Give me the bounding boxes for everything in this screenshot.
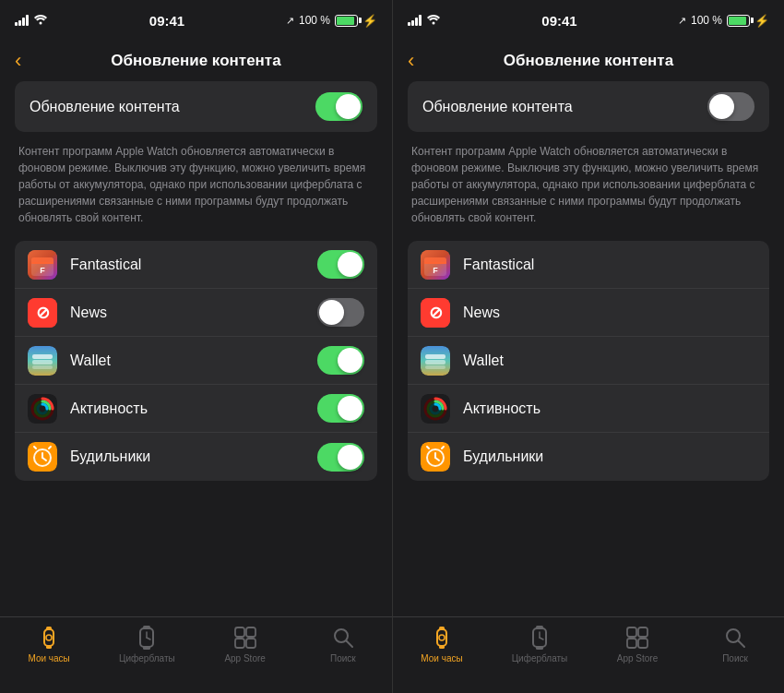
search-icon-right bbox=[722, 625, 748, 651]
svg-rect-30 bbox=[143, 646, 150, 650]
svg-rect-46 bbox=[425, 354, 445, 359]
nav-header-left: ‹ Обновление контента bbox=[0, 41, 392, 81]
battery-percent-right: 100 % bbox=[691, 14, 722, 27]
wifi-icon bbox=[33, 14, 48, 28]
svg-line-21 bbox=[49, 447, 51, 448]
news-icon-left: ⊘ bbox=[28, 298, 57, 328]
tab-watch-faces-right[interactable]: Циферблаты bbox=[491, 625, 588, 663]
tab-search-right[interactable]: Поиск bbox=[686, 625, 784, 663]
status-right-right: ↗ 100 % ⚡ bbox=[678, 14, 769, 28]
toggle-knob bbox=[338, 348, 362, 373]
toggle-fantastical-left[interactable] bbox=[317, 250, 364, 279]
app-row-alarms-left: Будильники bbox=[15, 433, 377, 481]
activity-icon-right bbox=[421, 394, 450, 424]
svg-line-57 bbox=[427, 447, 429, 448]
svg-line-28 bbox=[147, 638, 150, 639]
watch-faces-icon-right bbox=[527, 625, 552, 651]
status-bar-left: 09:41 ↗ 100 % ⚡ bbox=[0, 0, 392, 41]
charging-icon: ⚡ bbox=[362, 14, 377, 28]
status-bar-right: 09:41 ↗ 100 % ⚡ bbox=[393, 0, 784, 41]
back-button-right[interactable]: ‹ bbox=[400, 43, 422, 78]
toggle-wallet-left[interactable] bbox=[317, 346, 364, 375]
svg-point-37 bbox=[433, 21, 435, 24]
main-toggle-switch-left[interactable] bbox=[315, 92, 362, 121]
svg-rect-25 bbox=[46, 645, 52, 649]
svg-rect-47 bbox=[425, 360, 445, 364]
main-toggle-row-right: Обновление контента bbox=[408, 81, 769, 132]
toggle-news-left[interactable] bbox=[317, 298, 364, 327]
app-row-news-left: ⊘ News bbox=[15, 289, 377, 337]
svg-rect-71 bbox=[638, 639, 647, 648]
main-toggle-label-right: Обновление контента bbox=[422, 99, 573, 115]
search-icon-left bbox=[330, 625, 356, 651]
my-watch-icon-right bbox=[429, 625, 455, 651]
tab-search-left[interactable]: Поиск bbox=[294, 625, 392, 663]
wallet-icon-right bbox=[421, 346, 450, 376]
svg-line-65 bbox=[540, 638, 543, 639]
back-button-left[interactable]: ‹ bbox=[7, 43, 29, 78]
app-name-alarms-left: Будильники bbox=[70, 448, 317, 465]
toggle-knob bbox=[338, 252, 362, 277]
status-right-left: ↗ 100 % ⚡ bbox=[286, 14, 377, 28]
tab-label-my-watch-left: Мои часы bbox=[28, 653, 69, 663]
tab-my-watch-right[interactable]: Мои часы bbox=[393, 625, 491, 663]
toggle-knob bbox=[336, 94, 361, 119]
svg-rect-4 bbox=[31, 262, 53, 264]
charging-icon-right: ⚡ bbox=[754, 14, 769, 28]
svg-point-23 bbox=[46, 635, 52, 640]
app-list-right: F Fantastical ⊘ News bbox=[408, 241, 769, 481]
svg-line-73 bbox=[739, 641, 745, 648]
svg-line-20 bbox=[34, 447, 36, 448]
status-left bbox=[15, 14, 48, 28]
tab-label-my-watch-right: Мои часы bbox=[421, 653, 462, 663]
tab-label-search-right: Поиск bbox=[722, 653, 748, 663]
tab-app-store-right[interactable]: App Store bbox=[588, 625, 686, 663]
app-row-activity-right: Активность bbox=[408, 385, 769, 433]
svg-rect-10 bbox=[32, 360, 53, 364]
app-name-wallet-right: Wallet bbox=[463, 352, 756, 369]
tab-label-search-left: Поиск bbox=[330, 653, 356, 663]
status-time-right: 09:41 bbox=[541, 13, 576, 29]
status-time-left: 09:41 bbox=[149, 13, 184, 29]
app-row-wallet-right: Wallet bbox=[408, 337, 769, 385]
svg-line-36 bbox=[346, 641, 352, 648]
svg-rect-34 bbox=[246, 639, 255, 648]
toggle-activity-left[interactable] bbox=[317, 394, 364, 423]
fantastical-icon-right: F bbox=[421, 250, 450, 280]
tab-bar-right: Мои часы Циферблаты bbox=[393, 616, 784, 693]
app-row-wallet-left: Wallet bbox=[15, 337, 377, 385]
svg-line-58 bbox=[442, 447, 444, 448]
app-name-fantastical-left: Fantastical bbox=[70, 257, 317, 273]
main-toggle-switch-right[interactable] bbox=[707, 92, 754, 121]
app-row-activity-left: Активность bbox=[15, 385, 377, 433]
svg-rect-70 bbox=[627, 639, 636, 648]
signal-icon bbox=[15, 15, 29, 26]
battery-icon-left bbox=[335, 15, 358, 27]
svg-rect-33 bbox=[235, 639, 244, 648]
content-left: Обновление контента Контент программ App… bbox=[0, 81, 392, 616]
signal-icon-right bbox=[408, 15, 422, 26]
app-name-activity-right: Активность bbox=[463, 400, 756, 417]
app-row-news-right: ⊘ News bbox=[408, 289, 769, 337]
svg-rect-66 bbox=[536, 626, 543, 629]
app-name-fantastical-right: Fantastical bbox=[463, 257, 756, 273]
battery-icon-right bbox=[727, 15, 750, 27]
alarms-icon-left bbox=[28, 442, 57, 472]
toggle-alarms-left[interactable] bbox=[317, 443, 364, 472]
tab-label-watch-faces-left: Циферблаты bbox=[119, 653, 175, 663]
left-panel: 09:41 ↗ 100 % ⚡ ‹ Обновление контента Об… bbox=[0, 0, 392, 693]
tab-app-store-left[interactable]: App Store bbox=[196, 625, 294, 663]
app-name-alarms-right: Будильники bbox=[463, 448, 756, 465]
location-icon: ↗ bbox=[286, 15, 294, 27]
svg-rect-41 bbox=[424, 262, 446, 264]
fantastical-icon-left: F bbox=[28, 250, 57, 280]
toggle-knob-right bbox=[709, 94, 734, 119]
description-left: Контент программ Apple Watch обновляется… bbox=[0, 143, 392, 241]
svg-rect-31 bbox=[235, 627, 244, 637]
toggle-knob bbox=[338, 396, 362, 421]
tab-watch-faces-left[interactable]: Циферблаты bbox=[98, 625, 196, 663]
app-name-news-right: News bbox=[463, 305, 756, 321]
toggle-knob bbox=[319, 300, 344, 325]
tab-my-watch-left[interactable]: Мои часы bbox=[0, 625, 98, 663]
main-toggle-row-left: Обновление контента bbox=[15, 81, 377, 132]
